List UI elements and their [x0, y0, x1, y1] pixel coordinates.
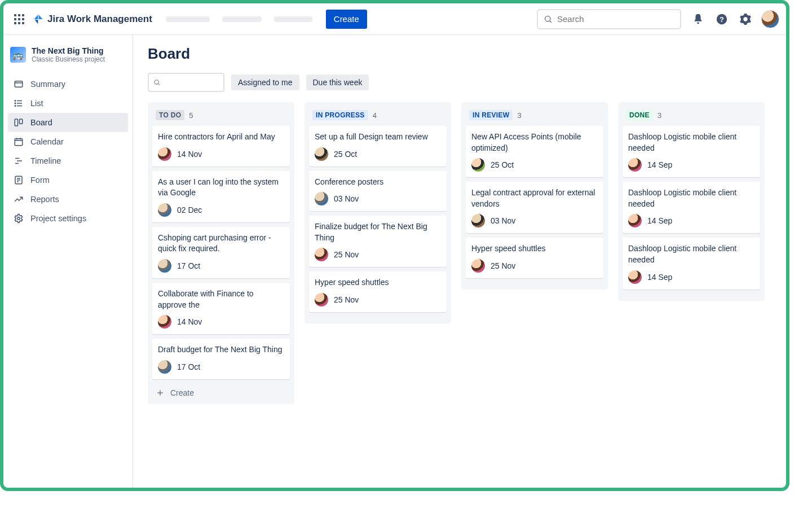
project-icon: 🚌	[10, 47, 26, 63]
card[interactable]: Legal contract approval for external ven…	[466, 182, 603, 233]
product-logo[interactable]: Jira Work Management	[33, 14, 152, 25]
board-search-input[interactable]	[161, 78, 219, 87]
card[interactable]: New API Access Points (mobile optimized)…	[466, 126, 603, 177]
help-button[interactable]: ?	[714, 11, 730, 27]
column-inreview: IN REVIEW3New API Access Points (mobile …	[461, 102, 608, 290]
sidebar-item-board[interactable]: Board	[8, 113, 128, 132]
svg-point-26	[17, 217, 20, 220]
sidebar-item-form[interactable]: Form	[8, 170, 128, 190]
card[interactable]: Dashloop Logistic mobile client needed14…	[623, 126, 760, 177]
column-header[interactable]: TO DO5	[152, 108, 290, 126]
sidebar-item-reports[interactable]: Reports	[8, 190, 128, 209]
sidebar-item-calendar[interactable]: Calendar	[8, 132, 128, 151]
card-date: 14 Sep	[647, 160, 672, 169]
search-icon	[153, 78, 161, 86]
assignee-avatar[interactable]	[628, 158, 642, 172]
sidebar-item-timeline[interactable]: Timeline	[8, 151, 128, 170]
card[interactable]: Dashloop Logistic mobile client needed14…	[623, 182, 760, 233]
card-date: 17 Oct	[177, 362, 200, 371]
nav-placeholder	[166, 16, 312, 22]
column-header[interactable]: DONE3	[623, 108, 760, 126]
card-title: Cshoping cart purchasing error - quick f…	[158, 233, 284, 255]
card[interactable]: As a user I can log into the system via …	[152, 171, 290, 222]
timeline-icon	[14, 156, 24, 166]
card[interactable]: Conference posters03 Nov	[309, 171, 447, 212]
assignee-avatar[interactable]	[315, 293, 328, 306]
form-icon	[14, 175, 24, 185]
column-count: 4	[373, 111, 377, 120]
card[interactable]: Draft budget for The Next Big Thing17 Oc…	[152, 339, 290, 379]
sidebar-item-list[interactable]: List	[8, 94, 128, 113]
card-title: Hyper speed shuttles	[315, 277, 441, 288]
card[interactable]: Hyper speed shuttles25 Nov	[309, 271, 447, 312]
card-meta: 03 Nov	[471, 214, 598, 227]
card-date: 25 Oct	[491, 160, 514, 169]
global-search[interactable]	[537, 9, 681, 29]
column-done: DONE3Dashloop Logistic mobile client nee…	[618, 102, 765, 301]
assignee-avatar[interactable]	[471, 214, 485, 227]
product-name: Jira Work Management	[47, 14, 152, 25]
project-header[interactable]: 🚌 The Next Big Thing Classic Business pr…	[8, 44, 128, 70]
assignee-avatar[interactable]	[158, 360, 171, 374]
column-header[interactable]: IN REVIEW3	[466, 108, 603, 126]
main-content: Board Assigned to me Due this week TO DO…	[133, 35, 786, 488]
column-title: DONE	[626, 110, 653, 120]
assignee-avatar[interactable]	[471, 259, 485, 273]
assignee-avatar[interactable]	[628, 270, 642, 284]
assignee-avatar[interactable]	[158, 259, 171, 273]
card-title: Dashloop Logistic mobile client needed	[628, 243, 754, 265]
board-icon	[14, 117, 24, 128]
profile-avatar[interactable]	[761, 10, 779, 28]
assignee-avatar[interactable]	[158, 315, 171, 329]
card-date: 14 Sep	[647, 216, 672, 225]
assignee-avatar[interactable]	[158, 147, 171, 161]
sidebar: 🚌 The Next Big Thing Classic Business pr…	[3, 35, 133, 488]
assignee-avatar[interactable]	[158, 203, 171, 217]
sidebar-item-summary[interactable]: Summary	[8, 75, 128, 94]
notifications-button[interactable]	[690, 11, 706, 27]
app-switcher-button[interactable]	[10, 10, 28, 28]
assignee-avatar[interactable]	[315, 147, 328, 161]
column-header[interactable]: IN PROGRESS4	[309, 108, 447, 126]
create-card-button[interactable]: Create	[152, 384, 290, 397]
assignee-avatar[interactable]	[315, 192, 328, 205]
svg-rect-2	[697, 22, 699, 24]
sidebar-item-project-settings[interactable]: Project settings	[8, 209, 128, 228]
card-date: 14 Nov	[177, 150, 202, 159]
filter-due-this-week[interactable]: Due this week	[306, 75, 369, 90]
board-search[interactable]	[148, 73, 224, 92]
card[interactable]: Dashloop Logistic mobile client needed14…	[623, 238, 760, 289]
card[interactable]: Finalize budget for The Next Big Thing25…	[309, 216, 447, 267]
card-date: 14 Sep	[647, 273, 672, 282]
bell-icon	[692, 13, 704, 25]
assignee-avatar[interactable]	[628, 214, 642, 227]
svg-text:?: ?	[720, 15, 724, 23]
search-icon	[544, 15, 553, 24]
card-title: Conference posters	[315, 177, 441, 188]
svg-point-12	[15, 106, 16, 107]
svg-point-27	[155, 80, 158, 84]
sidebar-item-label: Reports	[30, 195, 59, 204]
assignee-avatar[interactable]	[315, 248, 328, 261]
create-button[interactable]: Create	[326, 10, 367, 29]
card-meta: 14 Sep	[628, 158, 754, 172]
jira-logo-icon	[33, 14, 44, 25]
help-icon: ?	[716, 13, 728, 25]
search-input[interactable]	[557, 14, 674, 24]
sidebar-item-label: Board	[30, 118, 52, 127]
column-todo: TO DO5Hire contractors for April and May…	[148, 102, 294, 404]
card-title: Hyper speed shuttles	[471, 243, 598, 255]
card[interactable]: Hyper speed shuttles25 Nov	[466, 238, 603, 278]
card-title: Set up a full Design team review	[315, 132, 441, 143]
filter-assigned-to-me[interactable]: Assigned to me	[231, 75, 299, 90]
card-meta: 02 Dec	[158, 203, 284, 217]
card[interactable]: Hire contractors for April and May14 Nov	[152, 126, 290, 167]
assignee-avatar[interactable]	[471, 158, 485, 172]
svg-point-0	[545, 16, 550, 21]
card[interactable]: Collaborate with Finance to approve the1…	[152, 283, 290, 334]
card[interactable]: Cshoping cart purchasing error - quick f…	[152, 227, 290, 278]
sidebar-item-label: Timeline	[30, 156, 61, 165]
card-title: Hire contractors for April and May	[158, 132, 284, 143]
card[interactable]: Set up a full Design team review25 Oct	[309, 126, 447, 167]
settings-button[interactable]	[738, 11, 753, 27]
